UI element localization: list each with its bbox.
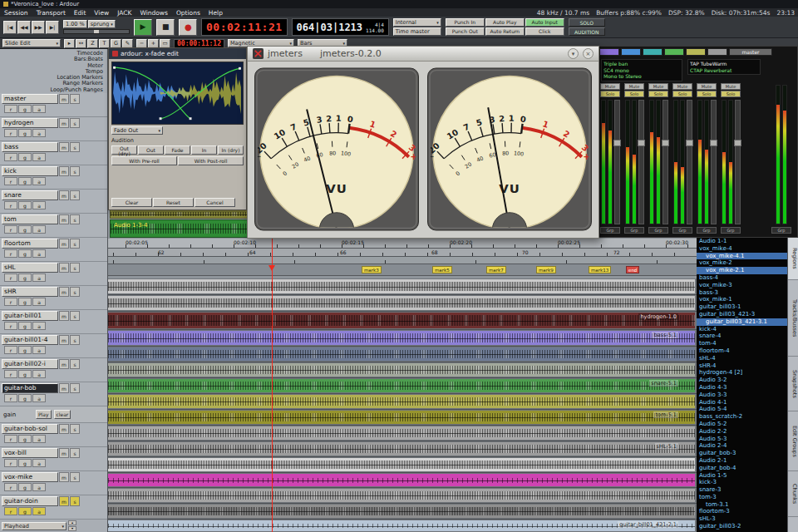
track-r-button[interactable]: r bbox=[4, 249, 17, 258]
track-g-button[interactable]: g bbox=[18, 322, 32, 330]
object-tool-button[interactable]: ▸ bbox=[64, 39, 75, 48]
track-g-button[interactable]: g bbox=[18, 249, 32, 258]
track-a-button[interactable]: a bbox=[32, 346, 46, 354]
panel-tab-regions[interactable]: Regions bbox=[788, 237, 798, 280]
xfade-with-pre-roll-button[interactable]: With Pre-roll bbox=[111, 156, 177, 165]
xfade-in-dry-button[interactable]: In (dry) bbox=[218, 145, 244, 155]
track-g-button[interactable]: g bbox=[18, 346, 32, 354]
track-g-button[interactable]: g bbox=[18, 273, 32, 282]
track-r-button[interactable]: r bbox=[4, 273, 17, 282]
group-button[interactable]: Grp bbox=[771, 227, 791, 234]
track-s-button[interactable]: s bbox=[70, 359, 80, 369]
fader[interactable] bbox=[614, 100, 620, 224]
track-name-button[interactable]: sHR bbox=[2, 287, 58, 297]
region-list-item[interactable]: guitar_bill03_421-3.1 bbox=[697, 318, 787, 326]
track-s-button[interactable]: s bbox=[70, 448, 80, 458]
region-list-item[interactable]: tom-3 bbox=[697, 494, 787, 501]
rewind-button[interactable]: ◀◀ bbox=[17, 21, 31, 34]
region-list-item[interactable]: hydrogen-4 [2] bbox=[697, 369, 787, 377]
mixer-strip-tab[interactable] bbox=[664, 48, 684, 56]
track-name-button[interactable]: guitar-doin bbox=[2, 496, 58, 506]
region-list-item[interactable]: Audio 2-1 bbox=[697, 457, 787, 465]
marker-flag-mark5[interactable]: mark5 bbox=[432, 266, 452, 273]
track-a-button[interactable]: a bbox=[32, 249, 46, 258]
track-a-button[interactable]: a bbox=[32, 129, 46, 137]
primary-clock[interactable]: 00:02:11:21 bbox=[201, 18, 288, 36]
track-a-button[interactable]: a bbox=[32, 459, 46, 467]
secondary-clock[interactable]: 064|03|1213 4|4 114.00 bbox=[292, 18, 389, 36]
xfade-out-dry-button[interactable]: Out (dry) bbox=[111, 145, 137, 155]
mixer-strip-tab[interactable] bbox=[686, 48, 706, 56]
region-list-item[interactable]: Audio 4-1 bbox=[697, 399, 787, 406]
xfade-titlebar[interactable]: ardour: x-fade edit bbox=[109, 48, 246, 59]
bars-ruler[interactable]: 626466687072 bbox=[108, 249, 697, 257]
region-list-item[interactable]: guitar_bob-3 bbox=[697, 450, 787, 457]
audio-region[interactable] bbox=[108, 489, 695, 502]
mute-button[interactable]: Mute bbox=[721, 83, 741, 90]
audio-region[interactable]: guitar_bill01_421-2.1 bbox=[108, 520, 695, 531]
region-list-item[interactable]: sHR-4 bbox=[697, 362, 787, 370]
menu-options[interactable]: Options bbox=[172, 9, 204, 17]
marker-flag-end[interactable]: end bbox=[626, 266, 639, 273]
region-list-item[interactable]: vox_mike-3 bbox=[697, 282, 787, 289]
track-name-button[interactable]: sHL bbox=[2, 263, 58, 273]
timefx-tool-button[interactable]: T bbox=[99, 39, 110, 48]
track-r-button[interactable]: r bbox=[4, 459, 17, 467]
region-list-item[interactable]: tom-4 bbox=[697, 340, 787, 347]
spin-up-button[interactable]: ▴ bbox=[68, 520, 76, 525]
track-r-button[interactable]: r bbox=[4, 507, 17, 515]
pencil-tool-button[interactable]: ✎ bbox=[122, 39, 133, 48]
mute-button[interactable]: Mute bbox=[600, 83, 620, 90]
fader[interactable] bbox=[638, 100, 644, 224]
track-a-button[interactable]: a bbox=[32, 483, 46, 491]
panel-tab-snapshots[interactable]: Snapshots bbox=[788, 357, 798, 411]
track-r-button[interactable]: r bbox=[4, 435, 17, 443]
track-name-button[interactable]: guitar-bob bbox=[2, 383, 58, 393]
menu-session[interactable]: Session bbox=[0, 9, 32, 17]
track-a-button[interactable]: a bbox=[32, 298, 46, 306]
group-button[interactable]: Grp bbox=[697, 227, 717, 234]
track-s-button[interactable]: s bbox=[70, 239, 80, 249]
time-master-button[interactable]: Time master bbox=[393, 27, 441, 36]
plugin-name[interactable]: TAP TubeWarm bbox=[690, 61, 758, 67]
track-m-button[interactable]: m bbox=[59, 448, 69, 458]
xfade-cancel-button[interactable]: Cancel bbox=[195, 198, 235, 207]
fader-handle[interactable] bbox=[613, 140, 621, 146]
go-start-button[interactable]: |◀ bbox=[3, 21, 17, 34]
menu-edit[interactable]: Edit bbox=[70, 9, 91, 17]
region-list-item[interactable]: sHL-3 bbox=[697, 515, 787, 523]
mixer-strip-tab[interactable] bbox=[707, 48, 727, 56]
region-list-item[interactable]: vox_mike-2.1 bbox=[697, 267, 787, 274]
track-g-button[interactable]: g bbox=[18, 105, 32, 113]
track-m-button[interactable]: m bbox=[59, 166, 69, 176]
region-list-item[interactable]: Audio 2-4 bbox=[697, 442, 787, 450]
audio-region[interactable] bbox=[108, 347, 695, 361]
group-button[interactable]: Grp bbox=[721, 227, 741, 234]
playhead-select[interactable]: Playhead ▾ bbox=[2, 522, 66, 530]
timecode-ruler[interactable]: 00:02:0500:02:1000:02:1500:02:2000:02:25… bbox=[108, 239, 697, 249]
track-m-button[interactable]: m bbox=[59, 142, 69, 152]
track-s-button[interactable]: s bbox=[70, 142, 80, 152]
track-s-button[interactable]: s bbox=[70, 94, 80, 104]
track-m-button[interactable]: m bbox=[59, 118, 69, 128]
region-list-item[interactable]: Audio 2-2 bbox=[697, 428, 787, 436]
track-name-button[interactable]: vox-mike bbox=[2, 472, 58, 482]
xfade-out-button[interactable]: Out bbox=[138, 145, 164, 155]
shuttle-speed-display[interactable]: 1.00 % bbox=[63, 20, 87, 28]
track-g-button[interactable]: g bbox=[18, 201, 32, 209]
track-s-button[interactable]: s bbox=[70, 335, 80, 345]
fader[interactable] bbox=[711, 100, 717, 224]
track-m-button[interactable]: m bbox=[59, 214, 69, 224]
track-name-button[interactable]: floortom bbox=[2, 239, 58, 249]
ruler-label-loop-punch-ranges[interactable]: Loop/Punch Ranges bbox=[0, 87, 103, 93]
auto-return-button[interactable]: Auto Return bbox=[485, 27, 525, 36]
shuttle-mode-select[interactable]: sprung ▾ bbox=[88, 20, 116, 28]
track-s-button[interactable]: s bbox=[70, 214, 80, 224]
fader[interactable] bbox=[687, 100, 692, 224]
region-list-item[interactable]: vox_mike-4.1 bbox=[697, 253, 787, 260]
go-end-button[interactable]: ▶| bbox=[46, 21, 59, 34]
menu-windows[interactable]: Windows bbox=[135, 9, 171, 17]
track-m-button[interactable]: m bbox=[59, 287, 69, 297]
region-list-item[interactable]: sHL-4 bbox=[697, 355, 787, 362]
track-g-button[interactable]: g bbox=[18, 370, 32, 378]
